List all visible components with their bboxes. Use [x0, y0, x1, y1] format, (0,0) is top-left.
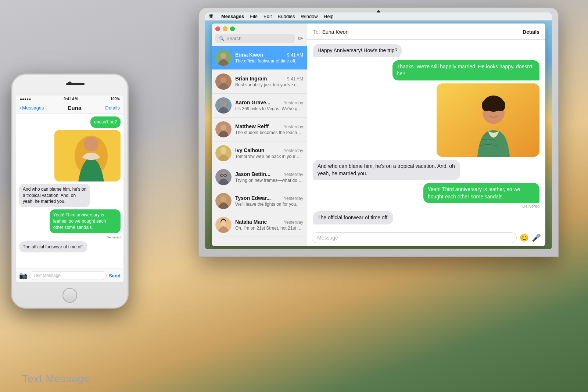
conv-info-euna: Euna Kwon 9:41 AM The official footwear … [235, 52, 303, 64]
fullscreen-button[interactable] [230, 26, 235, 31]
iphone-msg-outgoing-2: Yeah! Third anniversary is leather, so w… [50, 209, 121, 233]
conv-info-ivy: Ivy Calhoun Yesterday Tomorrow we'll be … [235, 147, 303, 159]
menu-file[interactable]: File [250, 14, 258, 19]
conv-item-matthew[interactable]: Matthew Reiff Yesterday The student beco… [212, 118, 307, 141]
conv-item-euna[interactable]: Euna Kwon 9:41 AM The official footwear … [212, 46, 307, 70]
conv-name-brian: Brian Ingram [235, 76, 267, 82]
text-message-label: Text Message [22, 373, 90, 385]
window-content: 🔍 Search ✏ [212, 24, 545, 246]
mac-screen-bezel: ⌘ Messages File Edit Buddies Window Help [205, 12, 552, 249]
iphone-input-bar: 📷 Text Message Send [16, 269, 123, 282]
menu-edit[interactable]: Edit [263, 14, 272, 19]
iphone-screen: ●●●●● 9:41 AM 100% ‹ Messages Euna Detai… [16, 96, 123, 282]
iphone-details-button[interactable]: Details [105, 105, 120, 111]
conv-item-aaron[interactable]: Aaron Grave... Yesterday It's 269 miles … [212, 94, 307, 118]
conv-avatar-tyson [215, 193, 232, 209]
conv-info-matthew: Matthew Reiff Yesterday The student beco… [235, 123, 303, 135]
emoji-button[interactable]: 😊 [520, 233, 529, 242]
conv-preview-matthew: The student becomes the teacher. And vic… [235, 130, 303, 135]
svg-point-26 [482, 100, 491, 111]
conv-name-ivy: Ivy Calhoun [235, 147, 264, 153]
conv-time-tyson: Yesterday [284, 196, 303, 201]
conv-item-brian[interactable]: Brian Ingram 9:41 AM Best surfabilly jaz… [212, 70, 307, 94]
chat-input-bar: Message 😊 🎤 [307, 229, 545, 246]
chat-msg-outgoing-delivered-container: Yeah! Third anniversary is leather, so w… [361, 183, 539, 208]
search-field[interactable]: 🔍 Search [215, 34, 295, 43]
mac-frame: ⌘ Messages File Edit Buddies Window Help [198, 7, 559, 257]
apple-menu-icon[interactable]: ⌘ [208, 13, 214, 20]
search-placeholder-text: Search [226, 36, 241, 41]
iphone-back-button[interactable]: ‹ Messages [20, 105, 44, 111]
iphone-chat-area: doesn't he? And who can blame him, he's … [16, 114, 123, 269]
compose-icon[interactable]: ✏ [298, 35, 303, 43]
svg-point-27 [496, 100, 505, 111]
conv-avatar-ivy [215, 145, 232, 161]
menu-messages[interactable]: Messages [221, 14, 244, 19]
conv-time-natalia: Yesterday [284, 220, 303, 225]
iphone-status-bar: ●●●●● 9:41 AM 100% [16, 96, 123, 103]
iphone-contact-name: Euna [68, 105, 82, 111]
chat-header: To: Euna Kwon Details [307, 24, 545, 40]
menu-help[interactable]: Help [324, 14, 334, 19]
mac-menu-bar: ⌘ Messages File Edit Buddies Window Help [205, 12, 552, 21]
chat-message-input[interactable]: Message [312, 232, 517, 243]
chat-msg-incoming-1: Happy Anniversary! How's the trip? [313, 44, 402, 57]
chat-contact-name: Euna Kwon [322, 29, 349, 35]
conv-info-jason: Jason Bettin... Yesterday Trying on new … [235, 171, 303, 183]
conv-time-jason: Yesterday [284, 172, 303, 177]
menu-buddies[interactable]: Buddies [278, 14, 295, 19]
conv-info-natalia: Natalia Maric Yesterday Oh, I'm on 21st … [235, 219, 303, 231]
iphone-message-input[interactable]: Text Message [29, 271, 107, 280]
chat-msg-outgoing-2: Yeah! Third anniversary is leather, so w… [423, 183, 539, 203]
search-icon: 🔍 [219, 36, 225, 41]
conv-info-tyson: Tyson Edwar... Yesterday We'll leave the… [235, 195, 303, 207]
conv-preview-jason: Trying on new frames—what do you think o… [235, 178, 303, 183]
conversation-list: Euna Kwon 9:41 AM The official footwear … [212, 46, 307, 246]
conv-preview-ivy: Tomorrow we'll be back in your neighborh… [235, 154, 303, 159]
iphone-nav-bar: ‹ Messages Euna Details [16, 103, 123, 114]
conv-avatar-brian [215, 73, 232, 90]
conv-name-matthew: Matthew Reiff [235, 123, 269, 129]
svg-point-2 [84, 137, 98, 151]
chat-details-button[interactable]: Details [523, 29, 539, 35]
iphone-home-button[interactable] [62, 288, 77, 303]
messages-window: 🔍 Search ✏ [212, 24, 545, 246]
iphone-image-bubble [54, 130, 121, 181]
svg-point-19 [220, 196, 226, 202]
conv-name-euna: Euna Kwon [235, 52, 263, 58]
iphone-msg-incoming-1: And who can blame him, he's on a tropica… [19, 184, 90, 207]
minimize-button[interactable] [223, 26, 227, 31]
menu-window[interactable]: Window [301, 14, 318, 19]
conv-preview-euna: The official footwear of time off. [235, 58, 303, 64]
conv-item-natalia[interactable]: Natalia Maric Yesterday Oh, I'm on 21st … [212, 213, 307, 237]
conv-item-jason[interactable]: Jason Bettin... Yesterday Trying on new … [212, 165, 307, 189]
chat-msg-incoming-2: And who can blame him, he's on a tropica… [313, 160, 460, 180]
iphone-speaker [66, 83, 85, 85]
chat-messages-area: Happy Anniversary! How's the trip? Thank… [307, 40, 545, 229]
window-traffic-lights [215, 26, 235, 31]
chat-photo-bubble [437, 83, 539, 157]
conversations-sidebar: 🔍 Search ✏ [212, 24, 307, 246]
svg-point-8 [220, 101, 226, 107]
conv-item-tyson[interactable]: Tyson Edwar... Yesterday We'll leave the… [212, 189, 307, 213]
conv-avatar-jason [215, 169, 232, 185]
conv-time-matthew: Yesterday [284, 124, 303, 129]
iphone-camera-input-icon[interactable]: 📷 [19, 271, 27, 280]
close-button[interactable] [215, 26, 220, 31]
conv-avatar-euna [215, 50, 232, 66]
chat-msg-outgoing-1: Thanks. We're still happily married. He … [392, 60, 539, 80]
svg-point-10 [220, 125, 226, 130]
iphone-send-button[interactable]: Send [109, 273, 121, 278]
chat-to-label: To: [313, 29, 320, 35]
conv-preview-brian: Best surfabilly jazz trio you've ever he… [235, 82, 303, 87]
conv-preview-tyson: We'll leave the lights on for you. [235, 202, 303, 207]
iphone-message-placeholder: Text Message [33, 273, 61, 278]
mic-button[interactable]: 🎤 [532, 233, 541, 242]
conv-item-ivy[interactable]: Ivy Calhoun Yesterday Tomorrow we'll be … [212, 141, 307, 165]
back-chevron: ‹ [20, 105, 21, 111]
conv-name-jason: Jason Bettin... [235, 171, 270, 177]
conv-time-brian: 9:41 AM [287, 76, 303, 82]
iphone-msg-incoming-2: The official footwear of time off. [19, 241, 87, 253]
conv-info-brian: Brian Ingram 9:41 AM Best surfabilly jaz… [235, 76, 303, 87]
conv-time-aaron: Yesterday [284, 100, 303, 105]
